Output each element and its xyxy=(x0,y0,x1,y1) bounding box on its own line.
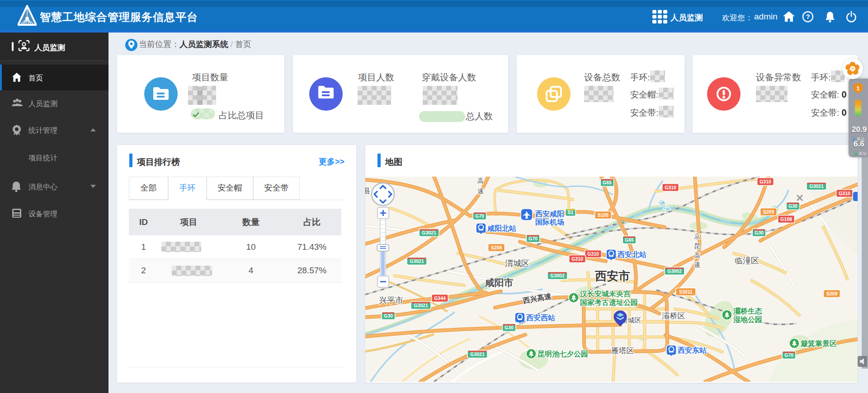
svg-text:G30: G30 xyxy=(384,313,393,318)
svg-text:昆明池七夕公园: 昆明池七夕公园 xyxy=(538,350,588,358)
svg-text:G108: G108 xyxy=(780,216,792,222)
svg-text:灞桥区: 灞桥区 xyxy=(662,312,685,320)
svg-text:G3021: G3021 xyxy=(470,351,485,357)
svg-text:县: 县 xyxy=(365,187,371,195)
svg-text:渭城区: 渭城区 xyxy=(505,259,529,268)
svg-text:湿地公园: 湿地公园 xyxy=(733,316,762,323)
svg-text:G310: G310 xyxy=(665,185,676,190)
svg-text:京: 京 xyxy=(694,233,700,240)
svg-text:G3002: G3002 xyxy=(667,268,682,274)
svg-text:G3021: G3021 xyxy=(809,183,824,189)
svg-text:西安东站: 西安东站 xyxy=(677,346,707,354)
svg-text:G3021: G3021 xyxy=(414,303,428,308)
svg-text:兴平市: 兴平市 xyxy=(379,296,403,305)
svg-text:高: 高 xyxy=(694,252,700,259)
svg-text:G3021: G3021 xyxy=(410,258,424,264)
svg-text:G3021: G3021 xyxy=(422,230,436,235)
svg-text:簸箕掌景区: 簸箕掌景区 xyxy=(800,340,837,348)
svg-text:速: 速 xyxy=(477,187,484,195)
svg-text:速: 速 xyxy=(694,261,700,268)
svg-text:G310: G310 xyxy=(839,191,850,196)
svg-text:G30: G30 xyxy=(755,230,764,235)
svg-text:G70: G70 xyxy=(475,213,484,219)
svg-text:G70: G70 xyxy=(784,352,793,358)
svg-text:S3011: S3011 xyxy=(679,289,693,295)
svg-text:G70: G70 xyxy=(528,236,538,241)
svg-text:临潼区: 临潼区 xyxy=(735,256,759,265)
svg-text:高: 高 xyxy=(477,177,484,184)
svg-text:西安市: 西安市 xyxy=(595,269,630,283)
svg-text:S208: S208 xyxy=(491,245,502,250)
svg-text:G65: G65 xyxy=(625,237,634,243)
svg-text:S105: S105 xyxy=(598,212,609,218)
svg-text:雁塔区: 雁塔区 xyxy=(611,346,634,355)
svg-text:西安北站: 西安北站 xyxy=(617,251,646,258)
svg-text:G310: G310 xyxy=(571,256,583,262)
svg-text:汉长安城未央宫: 汉长安城未央宫 xyxy=(580,290,631,298)
svg-text:西安西站: 西安西站 xyxy=(526,314,555,322)
svg-text:G310: G310 xyxy=(587,251,599,257)
svg-text:G344: G344 xyxy=(434,295,446,301)
svg-text:国家考古遗址公园: 国家考古遗址公园 xyxy=(580,298,638,306)
svg-text:G30: G30 xyxy=(788,203,797,209)
svg-text:西安咸阳: 西安咸阳 xyxy=(535,210,564,218)
svg-text:G3002: G3002 xyxy=(550,273,565,278)
svg-text:咸阳市: 咸阳市 xyxy=(485,277,514,288)
svg-text:G310: G310 xyxy=(760,179,771,184)
svg-text:S209: S209 xyxy=(763,209,774,215)
svg-text:昆: 昆 xyxy=(694,242,700,249)
svg-text:S1: S1 xyxy=(568,210,574,215)
svg-text:S209: S209 xyxy=(826,291,838,296)
svg-text:咸阳北站: 咸阳北站 xyxy=(487,225,516,232)
svg-text:灞桥生态: 灞桥生态 xyxy=(733,307,762,315)
svg-text:?: ? xyxy=(806,13,810,20)
svg-text:国际机场: 国际机场 xyxy=(535,218,564,226)
svg-text:G30: G30 xyxy=(505,325,514,330)
svg-text:G65: G65 xyxy=(603,180,612,185)
svg-text:1: 1 xyxy=(856,85,859,92)
